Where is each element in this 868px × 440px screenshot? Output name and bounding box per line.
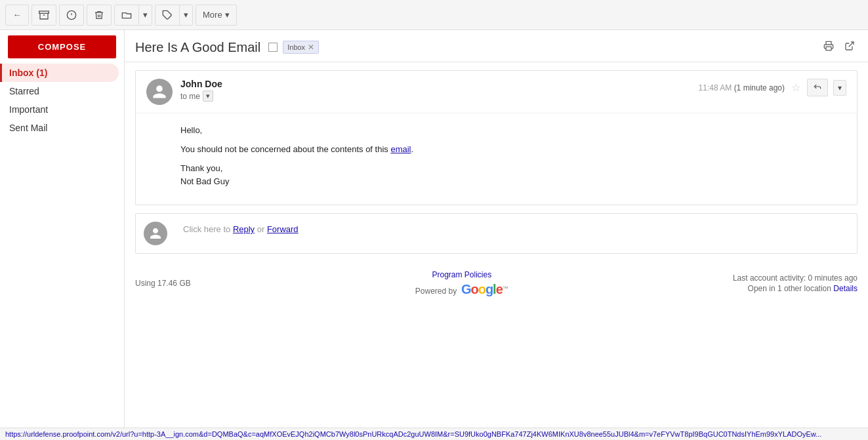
person-icon <box>152 84 167 100</box>
label-icon <box>162 10 173 20</box>
delete-button[interactable] <box>87 5 112 26</box>
inbox-tag-label: Inbox <box>287 43 305 51</box>
powered-by-text: Powered by <box>415 287 457 296</box>
footer: Using 17.46 GB Program Policies Powered … <box>125 264 868 302</box>
reply-avatar <box>144 222 167 245</box>
google-tm: ™ <box>503 285 508 292</box>
email-body: Hello, You should not be concerned about… <box>136 113 857 205</box>
email-message: John Doe to me ▾ 11:48 AM (1 minute ago)… <box>135 70 858 205</box>
labels-main[interactable] <box>155 5 180 25</box>
sender-info: John Doe to me ▾ <box>180 79 699 102</box>
reply-person-icon <box>149 227 162 240</box>
important-label: Important <box>9 104 48 115</box>
inbox-tag-close[interactable]: ✕ <box>308 43 314 52</box>
inbox-label: Inbox <box>9 68 33 78</box>
back-button[interactable]: ← <box>5 5 29 26</box>
open-in-text: Open in 1 other location <box>748 284 831 293</box>
move-to-arrow[interactable]: ▾ <box>139 5 152 25</box>
status-url: https://urldefense.proofpoint.com/v2/url… <box>5 430 821 438</box>
body-main-text: You should not be concerned about the co… <box>180 143 812 157</box>
svg-line-7 <box>849 42 854 47</box>
folder-icon <box>121 10 132 20</box>
sent-label: Sent Mail <box>9 123 47 133</box>
starred-label: Starred <box>9 86 39 96</box>
sidebar-item-inbox[interactable]: Inbox (1) <box>0 64 119 82</box>
storage-info: Using 17.46 GB <box>135 279 191 288</box>
trash-icon <box>94 10 104 20</box>
more-arrow-icon: ▾ <box>225 10 230 20</box>
reply-icon <box>813 82 822 91</box>
email-header-actions <box>821 38 858 56</box>
svg-rect-6 <box>826 47 831 50</box>
reply-button-small[interactable] <box>807 79 828 96</box>
archive-icon <box>39 10 49 20</box>
new-window-button[interactable] <box>842 38 858 56</box>
sidebar: COMPOSE Inbox (1) Starred Important Sent… <box>0 30 125 440</box>
print-button[interactable] <box>821 38 837 56</box>
footer-center: Program Policies Powered by Google ™ <box>415 270 508 297</box>
avatar <box>146 79 173 105</box>
svg-rect-0 <box>39 11 49 13</box>
sender-name: John Doe <box>180 79 699 89</box>
subject-checkbox[interactable] <box>268 43 278 52</box>
labels-arrow[interactable]: ▾ <box>180 5 192 25</box>
email-subject-bar: Here Is A Good Email Inbox ✕ <box>125 30 868 62</box>
to-me-dropdown[interactable]: ▾ <box>203 90 213 102</box>
activity-text: Last account activity: 0 minutes ago <box>733 273 858 283</box>
message-more-button[interactable]: ▾ <box>833 80 846 96</box>
forward-link[interactable]: Forward <box>267 224 299 234</box>
email-time: 11:48 AM (1 minute ago) <box>699 83 785 92</box>
details-link[interactable]: Details <box>833 284 858 293</box>
archive-button[interactable] <box>31 5 56 26</box>
body-thanks: Thank you, Not Bad Guy <box>180 162 812 190</box>
inbox-count: (1) <box>36 68 47 78</box>
external-link-icon <box>844 41 855 51</box>
body-hello: Hello, <box>180 124 812 138</box>
email-message-header: John Doe to me ▾ 11:48 AM (1 minute ago)… <box>136 71 857 113</box>
report-spam-button[interactable] <box>59 5 84 26</box>
toolbar: ← ▾ <box>0 0 868 30</box>
to-me-row: to me ▾ <box>180 90 699 102</box>
google-logo: Google <box>461 282 503 297</box>
body-sign: Not Bad Guy <box>180 176 229 186</box>
email-link[interactable]: email <box>390 144 411 154</box>
sidebar-item-starred[interactable]: Starred <box>0 82 119 100</box>
labels-button[interactable]: ▾ <box>155 5 193 26</box>
email-time-info: 11:48 AM (1 minute ago) ☆ ▾ <box>699 79 846 96</box>
reply-placeholder: Click here to Reply or Forward <box>183 222 299 234</box>
more-label: More <box>203 10 222 20</box>
print-icon <box>823 41 834 51</box>
status-bar: https://urldefense.proofpoint.com/v2/url… <box>0 428 868 440</box>
sidebar-item-sent[interactable]: Sent Mail <box>0 119 119 137</box>
email-area: Here Is A Good Email Inbox ✕ <box>125 30 868 440</box>
move-to-button[interactable]: ▾ <box>114 5 152 26</box>
compose-button[interactable]: COMPOSE <box>8 35 116 58</box>
star-button[interactable]: ☆ <box>790 80 802 95</box>
spam-icon <box>66 10 77 20</box>
sidebar-item-important[interactable]: Important <box>0 100 119 119</box>
more-button[interactable]: More ▾ <box>196 5 237 26</box>
inbox-tag: Inbox ✕ <box>283 41 319 54</box>
reply-link[interactable]: Reply <box>233 224 255 234</box>
reply-box[interactable]: Click here to Reply or Forward <box>135 213 858 254</box>
move-to-main[interactable] <box>115 5 139 25</box>
email-subject: Here Is A Good Email <box>135 40 260 55</box>
to-me-label: to me <box>180 92 200 101</box>
policies-link[interactable]: Program Policies <box>432 270 491 279</box>
footer-right: Last account activity: 0 minutes ago Ope… <box>733 273 858 293</box>
